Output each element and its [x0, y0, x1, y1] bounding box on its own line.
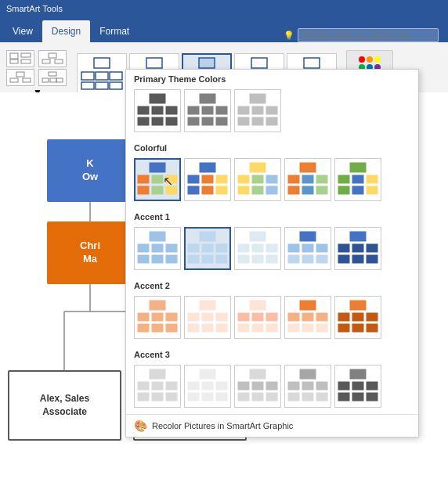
svg-rect-99	[316, 175, 327, 183]
dot-yellow	[374, 56, 381, 63]
colorful-option-1[interactable]: ↖	[134, 158, 181, 201]
accent2-option-5[interactable]	[334, 296, 381, 339]
svg-rect-85	[216, 175, 227, 183]
node-kathy-label: KOw	[82, 157, 98, 184]
svg-rect-103	[350, 163, 366, 172]
svg-rect-57	[166, 106, 177, 114]
layout-thumb-2[interactable]	[38, 50, 67, 67]
svg-rect-65	[188, 117, 199, 125]
svg-rect-196	[252, 382, 263, 390]
svg-rect-19	[96, 82, 108, 89]
accent1-option-3[interactable]	[234, 227, 281, 270]
colorful-option-5[interactable]	[334, 158, 381, 201]
accent3-option-2[interactable]	[184, 365, 231, 408]
svg-rect-141	[367, 244, 378, 252]
svg-rect-15	[81, 72, 94, 80]
tab-view[interactable]: View	[3, 20, 42, 42]
svg-rect-5	[42, 59, 50, 63]
svg-rect-59	[152, 117, 163, 125]
colorful-option-4[interactable]	[284, 158, 331, 201]
svg-rect-13	[56, 78, 63, 82]
svg-rect-118	[188, 244, 199, 252]
lightbulb-icon: 💡	[284, 31, 294, 41]
recolor-label: Recolor Pictures in SmartArt Graphic	[152, 421, 293, 430]
svg-rect-61	[200, 94, 215, 103]
svg-rect-67	[216, 117, 227, 125]
accent1-option-2[interactable]	[184, 227, 231, 270]
svg-rect-139	[338, 244, 349, 252]
accent2-option-3[interactable]	[234, 296, 281, 339]
svg-rect-161	[252, 313, 263, 321]
svg-rect-177	[338, 324, 349, 332]
svg-rect-207	[316, 393, 327, 401]
svg-rect-86	[188, 186, 199, 194]
svg-rect-188	[188, 382, 199, 390]
svg-rect-109	[367, 186, 378, 194]
node-chris[interactable]: ChriMa	[47, 221, 133, 284]
accent3-option-4[interactable]	[284, 365, 331, 408]
accent3-option-1[interactable]	[134, 365, 181, 408]
primary-option-3[interactable]	[234, 89, 281, 132]
primary-option-1[interactable]	[134, 89, 181, 132]
section-accent1-grid	[126, 224, 418, 276]
svg-rect-151	[166, 324, 177, 332]
recolor-pictures-footer[interactable]: 🎨 Recolor Pictures in SmartArt Graphic	[126, 414, 418, 437]
svg-rect-7	[16, 72, 24, 77]
accent1-option-5[interactable]	[334, 227, 381, 270]
primary-option-2[interactable]	[184, 89, 231, 132]
svg-rect-174	[338, 313, 349, 321]
svg-rect-131	[300, 232, 316, 241]
accent2-option-1[interactable]	[134, 296, 181, 339]
svg-rect-194	[250, 369, 266, 379]
section-accent2-grid	[126, 293, 418, 345]
svg-rect-89	[250, 163, 266, 172]
section-accent3-label: Accent 3	[126, 345, 418, 362]
svg-rect-183	[166, 382, 177, 390]
svg-rect-17	[110, 72, 122, 80]
svg-rect-138	[350, 232, 366, 241]
svg-rect-1	[10, 59, 18, 63]
svg-rect-212	[338, 393, 349, 401]
svg-rect-74	[266, 117, 277, 125]
svg-rect-154	[202, 313, 213, 321]
section-colorful-grid: ↖	[126, 155, 418, 207]
svg-rect-16	[96, 72, 108, 80]
svg-rect-133	[302, 244, 313, 252]
accent3-option-3[interactable]	[234, 365, 281, 408]
svg-rect-137	[316, 255, 327, 263]
svg-rect-54	[150, 94, 165, 103]
svg-rect-12	[50, 78, 56, 82]
accent2-option-2[interactable]	[184, 296, 231, 339]
svg-rect-125	[238, 244, 249, 252]
svg-rect-201	[300, 369, 316, 379]
svg-rect-63	[202, 106, 213, 114]
accent1-option-4[interactable]	[284, 227, 331, 270]
svg-rect-150	[152, 324, 163, 332]
colorful-option-3[interactable]	[234, 158, 281, 201]
tab-design[interactable]: Design	[42, 20, 90, 42]
colorful-option-2[interactable]	[184, 158, 231, 201]
title-bar: SmartArt Tools	[0, 0, 448, 17]
node-alex[interactable]: Alex, SalesAssociate	[8, 370, 121, 441]
tab-format[interactable]: Format	[90, 20, 139, 42]
search-input[interactable]	[298, 28, 439, 42]
svg-rect-87	[202, 186, 213, 194]
svg-rect-69	[238, 106, 249, 114]
accent1-option-1[interactable]	[134, 227, 181, 270]
accent3-option-5[interactable]	[334, 365, 381, 408]
layout-thumb-1[interactable]	[6, 50, 34, 67]
section-colorful-label: Colorful	[126, 139, 418, 155]
svg-rect-21	[146, 58, 162, 68]
node-kathy[interactable]: KOw	[47, 139, 133, 202]
svg-rect-82	[200, 163, 215, 172]
section-primary-label: Primary Theme Colors	[126, 70, 418, 86]
svg-rect-204	[316, 382, 327, 390]
section-accent1-label: Accent 1	[126, 207, 418, 224]
svg-rect-168	[302, 313, 313, 321]
node-alex-label: Alex, SalesAssociate	[40, 392, 89, 419]
smartart-thumb-1[interactable]	[77, 53, 127, 94]
layout-thumb-3[interactable]	[6, 69, 34, 86]
layout-thumb-4[interactable]	[38, 69, 67, 86]
svg-rect-198	[238, 393, 249, 401]
accent2-option-4[interactable]	[284, 296, 331, 339]
